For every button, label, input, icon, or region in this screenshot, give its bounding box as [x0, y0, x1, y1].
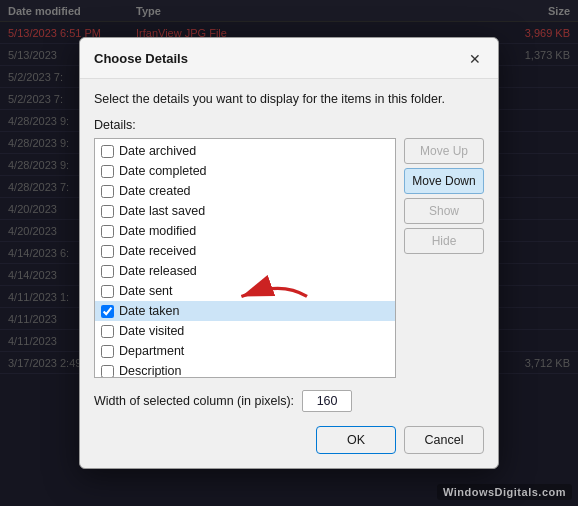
ok-button[interactable]: OK — [316, 426, 396, 454]
watermark: WindowsDigitals.com — [437, 484, 572, 500]
details-list-item[interactable]: Date sent — [95, 281, 395, 301]
details-list-item[interactable]: Date created — [95, 181, 395, 201]
details-list-item[interactable]: Date taken — [95, 301, 395, 321]
show-button[interactable]: Show — [404, 198, 484, 224]
details-item-label: Date visited — [119, 324, 184, 338]
dialog-body: Select the details you want to display f… — [80, 79, 498, 469]
details-checkbox-description[interactable] — [101, 365, 114, 378]
details-list-item[interactable]: Date completed — [95, 161, 395, 181]
details-item-label: Date modified — [119, 224, 196, 238]
dialog-instruction: Select the details you want to display f… — [94, 91, 484, 109]
column-width-label: Width of selected column (in pixels): — [94, 394, 294, 408]
details-list-item[interactable]: Date last saved — [95, 201, 395, 221]
choose-details-dialog: Choose Details ✕ Select the details you … — [79, 37, 499, 470]
details-checkbox-date-taken[interactable] — [101, 305, 114, 318]
details-item-label: Date released — [119, 264, 197, 278]
details-checkbox-date-archived[interactable] — [101, 145, 114, 158]
details-item-label: Date archived — [119, 144, 196, 158]
details-list-item[interactable]: Department — [95, 341, 395, 361]
details-item-label: Date completed — [119, 164, 207, 178]
details-row: Date archivedDate completedDate createdD… — [94, 138, 484, 378]
details-checkbox-date-received[interactable] — [101, 245, 114, 258]
details-item-label: Date last saved — [119, 204, 205, 218]
details-list-item[interactable]: Date received — [95, 241, 395, 261]
move-down-button[interactable]: Move Down — [404, 168, 484, 194]
move-up-button[interactable]: Move Up — [404, 138, 484, 164]
column-width-input[interactable] — [302, 390, 352, 412]
details-section-label: Details: — [94, 118, 484, 132]
details-checkbox-department[interactable] — [101, 345, 114, 358]
column-width-row: Width of selected column (in pixels): — [94, 390, 484, 412]
dialog-title: Choose Details — [94, 51, 188, 66]
dialog-overlay: Choose Details ✕ Select the details you … — [0, 0, 578, 506]
details-item-label: Department — [119, 344, 184, 358]
details-item-label: Date sent — [119, 284, 173, 298]
details-item-label: Date taken — [119, 304, 179, 318]
close-button[interactable]: ✕ — [464, 48, 486, 70]
details-list-item[interactable]: Date archived — [95, 141, 395, 161]
details-checkbox-date-sent[interactable] — [101, 285, 114, 298]
action-buttons-column: Move Up Move Down Show Hide — [404, 138, 484, 254]
dialog-footer: OK Cancel — [94, 426, 484, 454]
details-list-item[interactable]: Description — [95, 361, 395, 378]
details-item-label: Description — [119, 364, 182, 378]
details-list-item[interactable]: Date released — [95, 261, 395, 281]
dialog-titlebar: Choose Details ✕ — [80, 38, 498, 79]
details-item-label: Date received — [119, 244, 196, 258]
details-item-label: Date created — [119, 184, 191, 198]
details-checkbox-date-completed[interactable] — [101, 165, 114, 178]
hide-button[interactable]: Hide — [404, 228, 484, 254]
details-checkbox-date-visited[interactable] — [101, 325, 114, 338]
details-checkbox-date-last-saved[interactable] — [101, 205, 114, 218]
cancel-button[interactable]: Cancel — [404, 426, 484, 454]
details-checkbox-date-created[interactable] — [101, 185, 114, 198]
details-list-item[interactable]: Date visited — [95, 321, 395, 341]
details-list[interactable]: Date archivedDate completedDate createdD… — [94, 138, 396, 378]
details-list-item[interactable]: Date modified — [95, 221, 395, 241]
details-checkbox-date-released[interactable] — [101, 265, 114, 278]
details-checkbox-date-modified[interactable] — [101, 225, 114, 238]
